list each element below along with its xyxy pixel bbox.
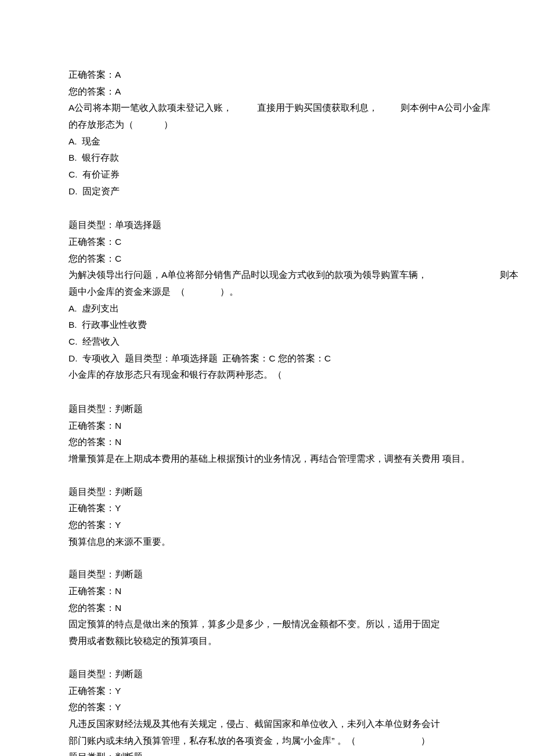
option-a: A. 虚列支出 <box>68 301 466 317</box>
question-stem: 题中小金库的资金来源是 （ ）。 <box>68 284 466 301</box>
question-stem: 增量预算是在上期成本费用的基础上根据预计的业务情况，再结合管理需求，调整有关费用… <box>68 451 466 468</box>
answer-correct: 正确答案：N <box>68 418 466 435</box>
answer-yours: 您的答案：Y <box>68 699 466 716</box>
stem-part: 为解决领导出行问题，A单位将部分销售产品时以现金方式收到的款项为领导购置车辆， <box>68 270 427 280</box>
question-type: 题目类型：判断题 <box>68 401 466 418</box>
answer-yours: 您的答案：A <box>68 84 466 100</box>
answer-yours: 您的答案：N <box>68 600 466 617</box>
answer-yours: 您的答案：C <box>68 251 466 267</box>
stem-part: 部门账内或未纳入预算管理，私存私放的各项资金，均属“小金库” 。（ <box>68 736 356 746</box>
option-c: C. 有价证券 <box>68 167 466 183</box>
stem-part: A公司将本期一笔收入款项未登记入账， <box>68 103 232 113</box>
answer-correct: 正确答案：Y <box>68 500 466 517</box>
answer-correct: 正确答案：Y <box>68 683 466 700</box>
question-stem: 凡违反国家财经法规及其他有关规定，侵占、截留国家和单位收入，未列入本单位财务会计 <box>68 716 466 733</box>
option-a: A. 现金 <box>68 133 466 150</box>
question-type: 题目类型：单项选择题 <box>68 217 466 234</box>
question-stem: 小金库的存放形态只有现金和银行存款两种形态。（ <box>68 367 466 384</box>
stem-part: 则本 <box>500 270 518 280</box>
stem-part: ） <box>421 736 430 746</box>
answer-correct: 正确答案：A <box>68 67 466 84</box>
answer-yours: 您的答案：Y <box>68 517 466 534</box>
answer-correct: 正确答案：C <box>68 234 466 251</box>
option-b: B. 行政事业性收费 <box>68 317 466 334</box>
question-type: 题目类型：判断题 <box>68 566 466 583</box>
stem-part: 直接用于购买国债获取利息， <box>257 103 378 113</box>
question-stem: 部门账内或未纳入预算管理，私存私放的各项资金，均属“小金库” 。（ ） <box>68 733 466 750</box>
question-stem: 为解决领导出行问题，A单位将部分销售产品时以现金方式收到的款项为领导购置车辆， … <box>68 267 466 284</box>
question-stem: 固定预算的特点是做出来的预算，算多少是多少，一般情况金额都不变。所以，适用于固定 <box>68 616 466 633</box>
question-stem: 预算信息的来源不重要。 <box>68 534 466 551</box>
question-type: 题目类型：判断题 <box>68 749 466 756</box>
option-d: D. 固定资产 <box>68 183 466 200</box>
option-c: C. 经营收入 <box>68 334 466 350</box>
question-type: 题目类型：判断题 <box>68 666 466 683</box>
stem-part: 则本例中A公司小金库 <box>400 103 490 113</box>
option-d: D. 专项收入 题目类型：单项选择题 正确答案：C 您的答案：C <box>68 350 466 367</box>
question-stem: 费用或者数额比较稳定的预算项目。 <box>68 633 466 650</box>
option-b: B. 银行存款 <box>68 150 466 167</box>
answer-correct: 正确答案：N <box>68 583 466 600</box>
question-type: 题目类型：判断题 <box>68 484 466 501</box>
question-stem: A公司将本期一笔收入款项未登记入账， 直接用于购买国债获取利息， 则本例中A公司… <box>68 100 466 117</box>
answer-yours: 您的答案：N <box>68 434 466 451</box>
question-stem: 的存放形态为（ ） <box>68 117 466 133</box>
